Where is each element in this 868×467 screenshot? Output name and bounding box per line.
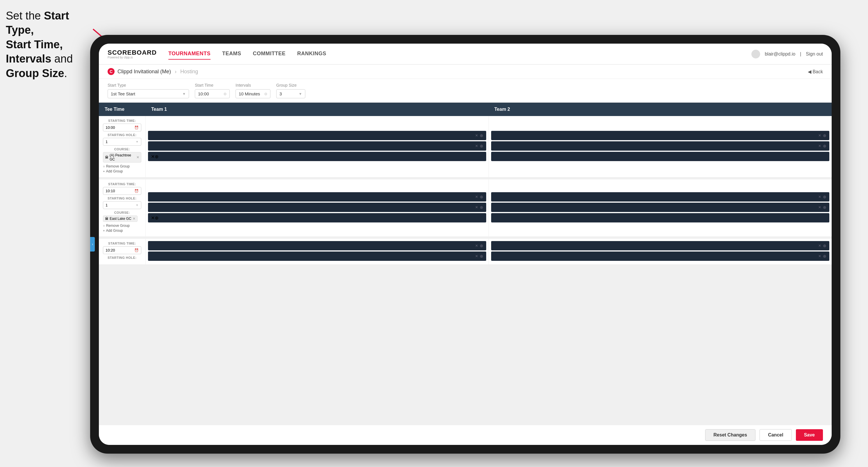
spacer-row (99, 237, 832, 239)
group1-starting-hole-select[interactable]: 1 ▼ (103, 138, 141, 146)
instruction-line1: Set the Start Type, (6, 9, 93, 37)
player-row: ✕ ⊕ (148, 131, 486, 140)
group1-starting-time-input[interactable]: 10:00 ⏰ (103, 124, 141, 131)
add-player-icon[interactable]: ⊕ (155, 215, 158, 221)
remove-course-icon[interactable]: ✕ (136, 155, 139, 159)
player-placeholder: ✕ ⊕ (148, 152, 486, 161)
add-player-icon[interactable]: ⊕ (823, 194, 827, 199)
col-team2: Team 2 (489, 103, 832, 116)
add-player-icon[interactable]: ⊕ (823, 254, 827, 258)
nav-rankings[interactable]: RANKINGS (297, 48, 326, 60)
clock-icon: ⏰ (134, 189, 139, 193)
group2-course-name: East Lake GC (110, 217, 131, 221)
player-row: ✕ ⊕ (148, 141, 486, 151)
remove-player-icon[interactable]: ✕ (151, 154, 155, 159)
remove-player-icon[interactable]: ✕ (818, 133, 821, 137)
table-row: STARTING TIME: 10:20 ⏰ STARTING HOLE: ✕ … (99, 239, 832, 264)
group-size-select[interactable]: 3 ▼ (276, 89, 305, 98)
group3-team1-col: ✕ ⊕ ✕ ⊕ (145, 239, 489, 264)
intervals-label: Intervals (236, 83, 271, 88)
remove-player-icon[interactable]: ✕ (475, 244, 478, 248)
group1-starting-hole-label: STARTING HOLE: (103, 133, 141, 137)
remove-course-icon[interactable]: ✕ (133, 217, 135, 221)
sub-header: C Clippd Invitational (Me) › Hosting ◀ B… (99, 65, 832, 79)
nav-tournaments[interactable]: TOURNAMENTS (168, 48, 211, 60)
remove-player-icon[interactable]: ✕ (818, 195, 821, 199)
group2-starting-time-label: STARTING TIME: (103, 182, 141, 186)
add-player-icon[interactable]: ⊕ (480, 243, 483, 248)
sign-out-link[interactable]: Sign out (806, 52, 823, 57)
group1-team2-col: ✕ ⊕ ✕ ⊕ (489, 116, 832, 177)
bold-start-time: Start Time, (6, 38, 63, 51)
group1-remove-group[interactable]: ○ Remove Group (103, 164, 141, 168)
remove-player-icon[interactable]: ✕ (475, 133, 478, 137)
add-player-icon[interactable]: ⊕ (823, 133, 827, 138)
start-time-select[interactable]: 10:00 ⊙ (195, 89, 230, 98)
nav-committee[interactable]: COMMITTEE (253, 48, 286, 60)
plus-icon: + (103, 169, 105, 173)
add-player-icon[interactable]: ⊕ (480, 205, 483, 210)
remove-player-icon[interactable]: ✕ (818, 205, 821, 209)
start-time-value: 10:00 (198, 91, 209, 96)
group1-course-name: (A) Peachtree GC (110, 153, 135, 161)
remove-player-icon[interactable]: ✕ (475, 254, 478, 258)
group2-starting-hole-select[interactable]: 1 ▼ (103, 201, 141, 209)
group1-starting-time-label: STARTING TIME: (103, 119, 141, 122)
sidebar-toggle[interactable]: › (90, 237, 95, 252)
chevron-right-icon: › (92, 242, 93, 246)
cancel-button[interactable]: Cancel (760, 429, 792, 441)
breadcrumb-separator: › (175, 69, 177, 74)
add-player-icon[interactable]: ⊕ (155, 154, 158, 159)
remove-player-icon[interactable]: ✕ (818, 244, 821, 248)
table-row: STARTING TIME: 10:10 ⏰ STARTING HOLE: 1 … (99, 179, 832, 237)
back-button[interactable]: ◀ Back (808, 69, 823, 74)
player-row: ✕ ⊕ (491, 141, 830, 151)
clock-icon: ⏰ (134, 248, 139, 252)
main-content: Tee Time Team 1 Team 2 STARTING TIME: 10… (99, 103, 832, 425)
player-row: ✕ ⊕ (148, 203, 486, 212)
group2-remove-group[interactable]: ○ Remove Group (103, 224, 141, 228)
group1-add-group[interactable]: + Add Group (103, 169, 141, 173)
add-player-icon[interactable]: ⊕ (480, 144, 483, 148)
user-avatar (751, 50, 760, 58)
intervals-select[interactable]: 10 Minutes ⊙ (236, 89, 271, 98)
logo-text: SCOREBOARD (107, 49, 157, 56)
add-player-icon[interactable]: ⊕ (823, 144, 827, 148)
group-size-chevron: ▼ (299, 92, 302, 96)
settings-bar: Start Type 1st Tee Start ▼ Start Time 10… (99, 79, 832, 103)
player-row: ✕ ⊕ (491, 241, 830, 250)
group3-starting-time-input[interactable]: 10:20 ⏰ (103, 246, 141, 254)
nav-right: blair@clippd.io | Sign out (751, 50, 823, 58)
group-size-label: Group Size (276, 83, 305, 88)
chevron-down-icon: ▼ (136, 204, 139, 207)
start-type-chevron: ▼ (182, 92, 186, 96)
remove-player-icon[interactable]: ✕ (475, 205, 478, 209)
player-row: ✕ ⊕ (148, 252, 486, 261)
intervals-group: Intervals 10 Minutes ⊙ (236, 83, 271, 98)
save-button[interactable]: Save (796, 429, 823, 441)
instruction-line4: Group Size. (6, 66, 93, 81)
group1-course-tag: 🏛 (A) Peachtree GC ✕ (103, 152, 141, 162)
add-player-icon[interactable]: ⊕ (480, 194, 483, 199)
group2-starting-time-input[interactable]: 10:10 ⏰ (103, 187, 141, 195)
circle-icon: ○ (103, 224, 105, 227)
remove-player-icon[interactable]: ✕ (818, 144, 821, 148)
remove-player-icon[interactable]: ✕ (475, 195, 478, 199)
nav-teams[interactable]: TEAMS (222, 48, 241, 60)
add-player-icon[interactable]: ⊕ (823, 243, 827, 248)
plus-icon: + (103, 229, 105, 232)
chevron-down-icon: ▼ (136, 140, 139, 143)
player-placeholder: ✕ ⊕ (148, 213, 486, 222)
circle-icon: ○ (103, 164, 105, 168)
add-player-icon[interactable]: ⊕ (480, 133, 483, 138)
remove-player-icon[interactable]: ✕ (818, 254, 821, 258)
start-type-select[interactable]: 1st Tee Start ▼ (107, 89, 189, 98)
group1-course-label: COURSE: (103, 148, 141, 151)
group2-add-group[interactable]: + Add Group (103, 228, 141, 232)
add-player-icon[interactable]: ⊕ (480, 254, 483, 258)
reset-changes-button[interactable]: Reset Changes (705, 429, 756, 441)
remove-player-icon[interactable]: ✕ (475, 144, 478, 148)
add-player-icon[interactable]: ⊕ (823, 205, 827, 210)
nav-separator: | (800, 52, 801, 57)
remove-player-icon[interactable]: ✕ (151, 215, 155, 221)
